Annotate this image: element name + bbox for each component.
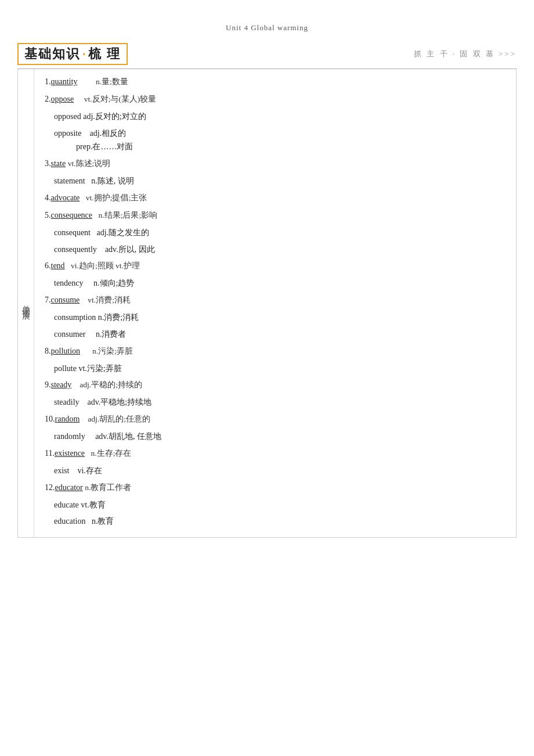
word-state: state <box>51 159 66 168</box>
list-item: 5.consequence n.结果;后果;影响 <box>45 208 504 222</box>
word-random: random <box>55 415 80 423</box>
page: Unit 4 Global warming 基础知识 · 梳 理 抓 主 干 ·… <box>0 0 534 756</box>
word-oppose: oppose <box>51 95 74 103</box>
list-item: 11.existence n.生存;存在 <box>45 447 504 460</box>
section-title-box: 基础知识 · 梳 理 <box>17 43 128 65</box>
word-pollute: pollute <box>54 364 77 373</box>
list-item-sub: tendency n.倾向;趋势 <box>45 276 504 290</box>
vocab-list: 1.quantity n.量;数量 2.oppose vt.反对;与(某人)较量… <box>34 69 516 537</box>
section-dot: · <box>82 46 86 62</box>
sidebar-label: 单词拓展 <box>18 69 34 537</box>
list-item: 10.random adj.胡乱的;任意的 <box>45 412 504 426</box>
word-tend: tend <box>51 261 65 270</box>
word-educate: educate <box>54 501 79 509</box>
word-consumer: consumer <box>54 330 85 339</box>
list-item-sub: randomly adv.胡乱地, 任意地 <box>45 430 504 444</box>
sidebar-text: 单词拓展 <box>21 298 31 308</box>
list-item: 12.educator n.教育工作者 <box>45 481 504 495</box>
section-title-1: 基础知识 <box>24 45 80 63</box>
list-item-sub: education n.教育 <box>45 514 504 528</box>
word-education: education <box>54 517 85 525</box>
word-consumption: consumption <box>54 313 96 322</box>
list-item-sub: opposite adj.相反的 prep.在……对面 <box>45 127 504 154</box>
list-item: 2.oppose vt.反对;与(某人)较量 <box>45 92 504 106</box>
list-item: 6.tend vi.趋向;照顾 vt.护理 <box>45 259 504 273</box>
word-consequently: consequently <box>54 245 97 254</box>
unit-title: Unit 4 Global warming <box>0 23 534 33</box>
word-tendency: tendency <box>54 279 84 287</box>
word-steadily: steadily <box>54 398 80 406</box>
list-item-sub: consequent adj.随之发生的 <box>45 226 504 240</box>
list-item-sub: opposed adj.反对的;对立的 <box>45 110 504 124</box>
word-quantity: quantity <box>51 77 78 86</box>
section-title-2: 梳 理 <box>88 45 121 63</box>
list-item-sub: consumer n.消费者 <box>45 327 504 341</box>
list-item-sub: consumption n.消费;消耗 <box>45 311 504 325</box>
list-item: 7.consume vt.消费;消耗 <box>45 293 504 307</box>
list-item-sub: educate vt.教育 <box>45 498 504 512</box>
list-item-sub: steadily adv.平稳地;持续地 <box>45 395 504 409</box>
section-subtitle: 抓 主 干 · 固 双 基 >>> <box>414 49 517 59</box>
content-area: 单词拓展 1.quantity n.量;数量 2.oppose vt.反对;与(… <box>17 69 517 538</box>
word-randomly: randomly <box>54 432 85 441</box>
word-consequence: consequence <box>51 211 93 219</box>
list-item-sub: pollute vt.污染;弄脏 <box>45 362 504 376</box>
word-steady: steady <box>51 380 72 389</box>
section-header: 基础知识 · 梳 理 抓 主 干 · 固 双 基 >>> <box>17 43 517 69</box>
list-item-sub: statement n.陈述, 说明 <box>45 174 504 188</box>
list-item: 9.steady adj.平稳的;持续的 <box>45 378 504 392</box>
word-educator: educator <box>55 483 83 492</box>
word-consume: consume <box>51 296 80 304</box>
list-item: 1.quantity n.量;数量 <box>45 75 504 89</box>
word-advocate: advocate <box>51 193 80 202</box>
word-opposed: opposed <box>54 112 81 121</box>
list-item-sub2: prep.在……对面 <box>54 140 504 154</box>
word-statement: statement <box>54 177 85 185</box>
list-item: 8.pollution n.污染;弄脏 <box>45 344 504 358</box>
list-item: 3.state vt.陈述;说明 <box>45 157 504 171</box>
list-item-sub: exist vi.存在 <box>45 464 504 478</box>
word-existence: existence <box>55 449 85 458</box>
word-consequent: consequent <box>54 228 91 237</box>
word-exist: exist <box>54 466 69 475</box>
word-opposite: opposite <box>54 129 81 138</box>
word-pollution: pollution <box>51 347 81 355</box>
list-item-sub: consequently adv.所以, 因此 <box>45 243 504 257</box>
list-item: 4.advocate vt.拥护;提倡;主张 <box>45 191 504 205</box>
